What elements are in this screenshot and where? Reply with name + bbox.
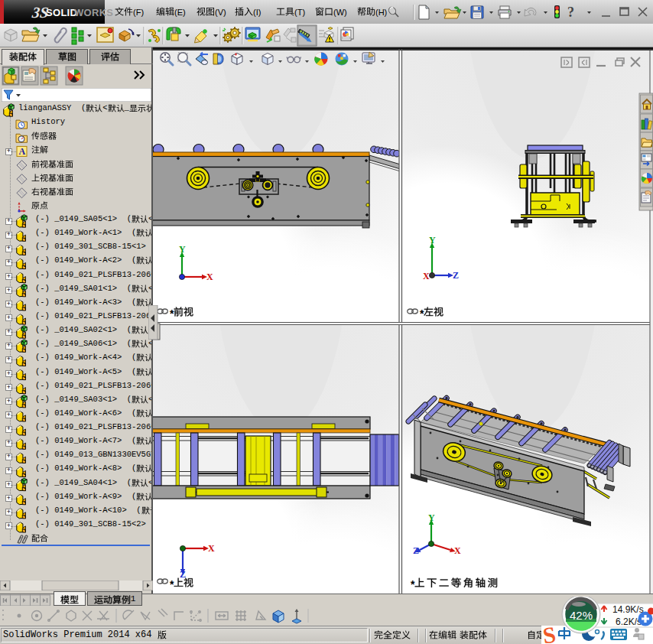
svg-text:14.9K/s: 14.9K/s [612,604,644,615]
svg-text:A: A [18,146,25,157]
svg-text:42%: 42% [570,609,593,622]
svg-text:?: ? [567,5,574,20]
svg-text:X: X [208,543,215,554]
svg-text:6.2K/s: 6.2K/s [616,616,642,627]
svg-text:X: X [423,271,430,281]
svg-text:X: X [454,545,461,556]
svg-text:X: X [206,272,213,282]
svg-text:Z: Z [453,270,459,281]
